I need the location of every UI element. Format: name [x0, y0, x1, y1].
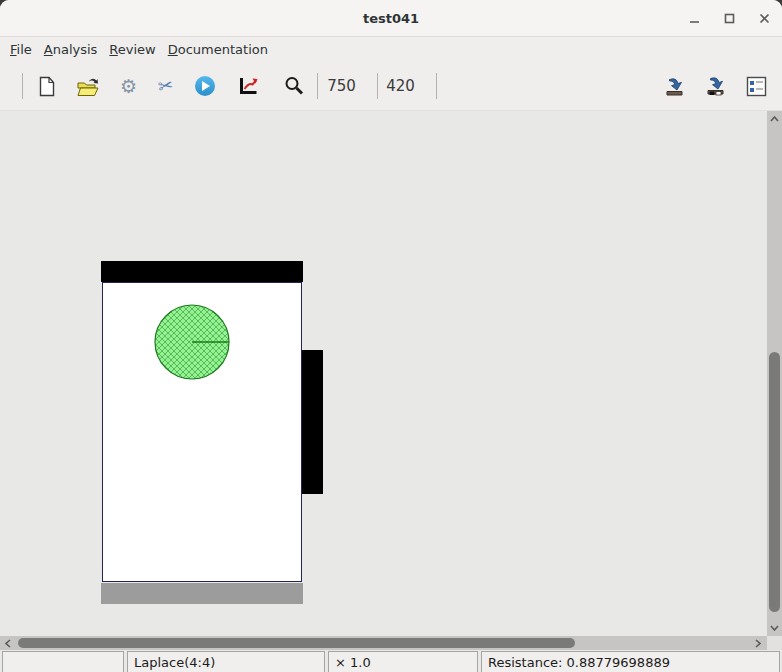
status-cell-zoom: × 1.0 — [328, 651, 478, 672]
save-to-drive-icon — [664, 76, 685, 97]
status-cell-empty — [2, 651, 124, 672]
minimize-icon — [689, 13, 700, 24]
maximize-button[interactable] — [723, 12, 735, 24]
width-field[interactable]: 750 — [327, 77, 377, 95]
toolbar-right-group — [664, 74, 782, 98]
menu-review[interactable]: Review — [103, 39, 161, 60]
zoom-button[interactable] — [284, 74, 304, 98]
menu-file[interactable]: File — [4, 39, 38, 60]
gear-icon: ⚙ — [120, 77, 137, 96]
scrollbar-corner — [767, 636, 782, 650]
close-icon — [759, 13, 770, 24]
scroll-down-button[interactable] — [767, 621, 782, 635]
window-title: test041 — [363, 11, 419, 26]
title-bar: test041 — [0, 0, 782, 37]
checklist-icon — [746, 76, 767, 97]
toolbar-separator — [317, 73, 318, 99]
open-file-button[interactable] — [77, 74, 100, 98]
status-cell-solver: Laplace(4:4) — [127, 651, 325, 672]
horizontal-scrollbar-thumb[interactable] — [18, 638, 575, 648]
report-button[interactable] — [746, 74, 767, 98]
horizontal-scrollbar[interactable] — [0, 636, 782, 650]
chevron-right-icon — [755, 639, 761, 648]
scissors-icon: ✂ — [157, 76, 175, 96]
window-controls — [688, 0, 770, 36]
close-button[interactable] — [758, 12, 770, 24]
run-button[interactable] — [195, 74, 215, 98]
new-document-icon — [38, 76, 56, 97]
toolbar-separator — [377, 73, 378, 99]
app-window: test041 File Analysis Review Documentati… — [0, 0, 782, 672]
cut-button[interactable]: ✂ — [158, 74, 173, 98]
toolbar: ⚙ ✂ 750 420 — [0, 62, 782, 111]
black-bar-top — [101, 261, 303, 282]
vertical-scrollbar[interactable] — [767, 111, 782, 636]
open-folder-icon — [77, 76, 100, 97]
menu-documentation[interactable]: Documentation — [162, 39, 274, 60]
chevron-left-icon — [5, 639, 11, 648]
chevron-up-icon — [770, 116, 779, 122]
black-bar-right — [302, 350, 323, 494]
scroll-left-button[interactable] — [0, 636, 16, 650]
workspace — [0, 111, 782, 636]
drawing-canvas[interactable] — [0, 111, 767, 636]
scroll-up-button[interactable] — [767, 112, 782, 126]
export-options-button[interactable] — [705, 74, 726, 98]
new-document-button[interactable] — [38, 74, 56, 98]
search-icon — [284, 76, 304, 96]
menu-analysis[interactable]: Analysis — [38, 39, 104, 60]
toolbar-separator — [22, 73, 23, 99]
plot-results-button[interactable] — [238, 74, 259, 98]
chart-icon — [238, 76, 259, 96]
maximize-icon — [724, 13, 735, 24]
play-icon — [195, 76, 215, 96]
toolbar-separator — [436, 73, 437, 99]
minimize-button[interactable] — [688, 12, 700, 24]
scroll-right-button[interactable] — [750, 636, 766, 650]
status-cell-resistance: Resistance: 0.88779698889 — [481, 651, 780, 672]
menu-bar: File Analysis Review Documentation — [0, 37, 782, 62]
save-to-drive-options-icon — [705, 76, 726, 97]
vertical-scrollbar-thumb[interactable] — [769, 352, 780, 612]
height-field[interactable]: 420 — [386, 77, 436, 95]
settings-button[interactable]: ⚙ — [120, 74, 137, 98]
chevron-down-icon — [770, 625, 779, 631]
export-button[interactable] — [664, 74, 685, 98]
status-bar: Laplace(4:4) × 1.0 Resistance: 0.8877969… — [0, 650, 782, 672]
gray-bar-bottom — [101, 583, 303, 604]
